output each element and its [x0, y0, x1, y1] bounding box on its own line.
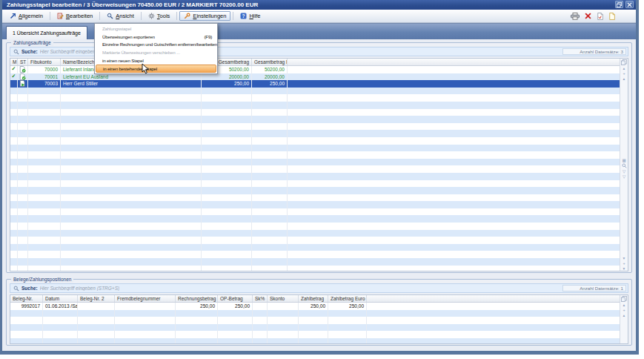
- column-header-st[interactable]: ST: [18, 59, 28, 65]
- close-button[interactable]: [625, 1, 634, 8]
- table-cell: [18, 66, 28, 73]
- table-cell: [202, 130, 252, 137]
- titlebar-toolbar: [571, 10, 615, 22]
- table-cell: [28, 201, 61, 208]
- column-header-skonto[interactable]: Skonto: [268, 295, 299, 302]
- down-arrow-icon[interactable]: ▾: [623, 256, 625, 260]
- table-cell: 20000,00: [252, 73, 288, 81]
- table-cell: [28, 215, 61, 223]
- table-cell: [218, 310, 253, 317]
- new-document-button[interactable]: [608, 13, 615, 20]
- table-cell: [61, 223, 202, 230]
- plus-icon[interactable]: +: [623, 71, 625, 76]
- table-cell: [288, 187, 620, 194]
- order-row-70003[interactable]: 70003Herr Gerd Stiller250,00250,00: [10, 80, 620, 88]
- plus-icon[interactable]: +: [623, 261, 625, 266]
- table-cell: [43, 324, 78, 332]
- column-header-rechnungsbetrag[interactable]: Rechnungsbetrag: [176, 295, 218, 302]
- table-cell: [253, 317, 268, 324]
- column-header-fremdbelegnummer[interactable]: Fremdbelegnummer: [115, 295, 176, 302]
- table-cell: [288, 66, 620, 73]
- filter-icon[interactable]: ▽: [623, 169, 625, 174]
- empty-row: [10, 123, 620, 131]
- window-title: Zahlungsstapel bearbeiten / 3 Überweisun…: [7, 1, 258, 8]
- table-cell: [28, 88, 61, 95]
- column-header-op-betrag[interactable]: OP-Betrag: [218, 295, 253, 302]
- up-arrow-icon[interactable]: ▴: [623, 303, 625, 307]
- table-cell: [28, 102, 61, 109]
- column-header-m[interactable]: M: [10, 59, 18, 65]
- table-cell: [18, 266, 28, 271]
- column-header-zahlbetrag-euro[interactable]: Zahlbetrag Euro: [328, 295, 367, 302]
- column-header-datum[interactable]: Datum: [43, 295, 78, 302]
- column-header-zahlbetrag[interactable]: Zahlbetrag: [299, 295, 328, 302]
- empty-row: [10, 223, 620, 230]
- plus-icon[interactable]: +: [623, 308, 625, 312]
- column-header-beleg-nr[interactable]: Beleg-Nr.: [10, 295, 43, 302]
- menuitem-in-einen-bestehenden-stapel[interactable]: in einen bestehenden Stapel: [96, 65, 216, 73]
- table-cell: [28, 237, 61, 244]
- menu-tools[interactable]: Tools: [144, 11, 175, 21]
- table-cell: 20000,00: [202, 73, 252, 81]
- up-arrow-icon[interactable]: ▴: [623, 66, 625, 70]
- table-cell: [18, 88, 28, 95]
- table-cell: [288, 201, 620, 208]
- up-arrow-icon[interactable]: ▴: [623, 76, 625, 81]
- order-row-70001[interactable]: ✓70001Lieferant EU Ausland20000,0020000,…: [10, 73, 620, 81]
- menu-allgemein[interactable]: Allgemein: [5, 11, 47, 21]
- table-cell: [202, 109, 252, 116]
- empty-row: [10, 137, 620, 145]
- up-arrow-icon[interactable]: ▴: [623, 313, 625, 317]
- menu-einstellungen[interactable]: Einstellungen: [179, 11, 230, 21]
- tab-uebersicht-zahlungsauftraege[interactable]: 1 Übersicht Zahlungsaufträge: [6, 26, 87, 39]
- column-header-fibukonto[interactable]: Fibukonto: [28, 59, 61, 65]
- copy-icon[interactable]: [621, 59, 627, 65]
- down-arrow-icon[interactable]: ▾: [623, 266, 625, 271]
- menu-hilfe[interactable]: ?Hilfe: [236, 11, 265, 21]
- menuitem-einzelne-rechnungen-und-gutschriften-entfernen-bearbeiten[interactable]: Einzelne Rechnungen und Gutschriften ent…: [96, 41, 216, 49]
- table-cell: [367, 317, 620, 324]
- table-cell: [252, 130, 288, 137]
- grid-icon[interactable]: ▦: [622, 158, 625, 162]
- table-cell: [202, 201, 252, 208]
- table-cell: [61, 251, 202, 258]
- table-cell: [202, 223, 252, 230]
- table-cell: [10, 251, 18, 258]
- menuitem-in-einen-neuen-stapel[interactable]: in einen neuen Stapel: [96, 56, 216, 65]
- table-cell: ✓: [10, 73, 18, 81]
- column-header-gesamtbetrag-euro[interactable]: Gesamtbetrag Euro: [252, 59, 288, 65]
- print-button[interactable]: [571, 13, 580, 20]
- empty-row: [10, 251, 620, 258]
- zoom-icon[interactable]: [622, 163, 627, 168]
- column-header-beleg-nr-2[interactable]: Beleg-Nr. 2: [78, 295, 115, 302]
- column-header-sk[interactable]: Sk%: [253, 295, 268, 302]
- position-row-9992017[interactable]: 999201701.06.2013 /Sa250,00250,00250,002…: [10, 303, 620, 310]
- content-area: Zahlungsaufträge Suche: Hier Suchbegriff…: [2, 42, 636, 355]
- menu-ansicht[interactable]: Ansicht: [102, 11, 139, 21]
- positions-search-input[interactable]: Hier Suchbegriff eingeben (STRG+S): [40, 286, 119, 291]
- table-cell: [288, 237, 620, 244]
- delete-button[interactable]: [585, 13, 591, 19]
- orders-table: MSTFibukontoName/BezeichnungGesamtbetrag…: [10, 58, 628, 271]
- table-cell: [202, 258, 252, 266]
- belege-zahlungspositionen-group: Belege/Zahlungspositionen Suche: Hier Su…: [6, 279, 632, 346]
- menu-label: Hilfe: [249, 13, 260, 19]
- menuitem-ueberweisungen-exportieren[interactable]: Überweisungen exportieren(F9): [96, 33, 216, 41]
- table-cell: [288, 194, 620, 202]
- filter-icon[interactable]: ▽: [623, 174, 625, 179]
- empty-row: [10, 230, 620, 237]
- table-cell: [10, 194, 18, 202]
- group-label-belege: Belege/Zahlungspositionen: [11, 277, 73, 283]
- table-cell: [28, 230, 61, 237]
- table-cell: [61, 102, 202, 109]
- menuitem-zahlungsstapel: Zahlungsstapel: [96, 24, 216, 33]
- table-cell: Lieferant EU Ausland: [61, 73, 202, 81]
- restore-button[interactable]: [615, 1, 623, 8]
- menu-bearbeiten[interactable]: Bearbeiten: [53, 11, 97, 21]
- paste-document-button[interactable]: [597, 13, 603, 20]
- copy-icon[interactable]: [621, 296, 627, 302]
- menuitem-label: Markierte Überweisungen verschieben ...: [102, 50, 180, 55]
- positions-table: Beleg-Nr.DatumBeleg-Nr. 2Fremdbelegnumme…: [10, 294, 628, 344]
- table-cell: [288, 251, 620, 258]
- table-cell: [288, 165, 620, 173]
